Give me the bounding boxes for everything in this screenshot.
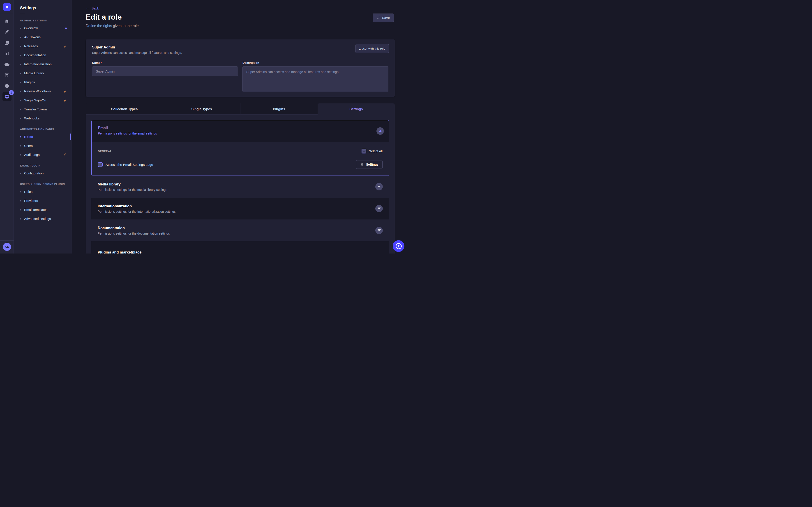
collapse-button[interactable] xyxy=(376,127,384,135)
main-nav-rail: 1 KD xyxy=(0,0,14,253)
role-details-card: Super Admin Super Admins can access and … xyxy=(86,40,395,97)
sidebar-item-review-workflows[interactable]: Review Workflows xyxy=(14,87,71,96)
internationalization-accordion[interactable]: Internationalization Permissions setting… xyxy=(91,198,389,220)
strapi-logo[interactable] xyxy=(3,3,11,11)
bullet xyxy=(20,118,21,119)
sidebar-item-providers[interactable]: Providers xyxy=(14,196,71,205)
group-divider xyxy=(116,151,357,151)
sidebar-item-internationalization[interactable]: Internationalization xyxy=(14,60,71,69)
sidebar-item-advanced-settings[interactable]: Advanced settings xyxy=(14,214,71,223)
sidebar-item-media-library[interactable]: Media Library xyxy=(14,69,71,78)
users-with-role-button[interactable]: 1 user with this role xyxy=(355,44,389,53)
select-all-control: Select all xyxy=(362,149,383,154)
bullet xyxy=(20,100,21,101)
content-manager-feather-icon[interactable] xyxy=(0,26,14,37)
bullet xyxy=(20,55,21,56)
gear-icon xyxy=(360,163,364,166)
question-mark-icon: ? xyxy=(396,243,402,249)
select-all-label: Select all xyxy=(369,149,383,153)
expand-button[interactable] xyxy=(375,183,383,190)
user-avatar[interactable]: KD xyxy=(3,243,11,251)
main-content: ← Back Edit a role Define the rights giv… xyxy=(71,0,406,253)
chevron-up-icon xyxy=(379,130,382,132)
general-group-label: GENERAL xyxy=(98,150,112,153)
bullet xyxy=(20,209,21,211)
description-label: Description xyxy=(243,61,259,64)
settings-tab-panel: Email Permissions settings for the email… xyxy=(86,114,395,253)
sidebar-item-releases[interactable]: Releases xyxy=(14,42,71,51)
bullet xyxy=(20,28,21,29)
page-subtitle: Define the rights given to the role xyxy=(86,24,139,28)
content-type-builder-icon[interactable] xyxy=(0,48,14,59)
sidebar-item-audit-logs[interactable]: Audit Logs xyxy=(14,150,71,159)
access-email-settings-checkbox[interactable] xyxy=(98,162,103,167)
sidebar-item-roles-up[interactable]: Roles xyxy=(14,187,71,196)
chevron-down-icon xyxy=(377,229,381,231)
sidebar-item-email-templates[interactable]: Email templates xyxy=(14,205,71,214)
sidebar-item-documentation[interactable]: Documentation xyxy=(14,51,71,60)
required-asterisk: * xyxy=(101,61,102,64)
tab-single-types[interactable]: Single Types xyxy=(163,103,241,114)
bullet xyxy=(20,91,21,92)
documentation-accordion[interactable]: Documentation Permissions settings for t… xyxy=(91,220,389,241)
tab-collection-types[interactable]: Collection Types xyxy=(86,103,163,114)
select-all-checkbox[interactable] xyxy=(362,149,366,154)
sidebar-item-overview[interactable]: Overview xyxy=(14,24,71,33)
media-library-icon[interactable] xyxy=(0,37,14,48)
lightning-icon xyxy=(63,45,67,48)
bullet xyxy=(20,64,21,65)
sidebar-item-plugins[interactable]: Plugins xyxy=(14,78,71,87)
chevron-down-icon xyxy=(377,186,381,188)
settings-sidebar: Settings GLOBAL SETTINGS Overview API To… xyxy=(14,0,71,253)
media-library-accordion[interactable]: Media library Permissions settings for t… xyxy=(91,176,389,198)
description-field-group: Description Super Admins can access and … xyxy=(243,61,389,93)
back-link[interactable]: ← Back xyxy=(86,6,99,10)
email-accordion-header[interactable]: Email Permissions settings for the email… xyxy=(92,120,389,142)
expand-button[interactable] xyxy=(375,205,383,212)
tab-plugins[interactable]: Plugins xyxy=(241,103,317,114)
sidebar-item-webhooks[interactable]: Webhooks xyxy=(14,114,71,123)
email-accordion-subtitle: Permissions settings for the email setti… xyxy=(98,131,383,135)
bullet xyxy=(20,154,21,156)
bullet xyxy=(20,173,21,174)
expand-button[interactable] xyxy=(375,227,383,234)
email-accordion-body: GENERAL Select all Access the Email Sett… xyxy=(92,142,389,175)
tab-settings[interactable]: Settings xyxy=(317,103,395,114)
bullet xyxy=(20,37,21,38)
section-header-email-plugin: EMAIL PLUGIN xyxy=(14,163,71,169)
name-input[interactable] xyxy=(92,66,238,76)
lightning-icon xyxy=(63,99,67,102)
home-icon[interactable] xyxy=(0,15,14,26)
bullet xyxy=(20,136,21,137)
bullet xyxy=(20,82,21,83)
save-button[interactable]: Save xyxy=(373,13,394,22)
page-title: Edit a role xyxy=(86,13,122,21)
marketplace-cart-icon[interactable] xyxy=(0,70,14,80)
bullet xyxy=(20,218,21,220)
bullet xyxy=(20,191,21,192)
sidebar-item-configuration[interactable]: Configuration xyxy=(14,169,71,178)
role-description-text: Super Admins can access and manage all f… xyxy=(92,51,389,55)
name-label: Name xyxy=(92,61,100,64)
name-field-group: Name* xyxy=(92,61,238,93)
active-item-indicator xyxy=(70,133,71,140)
section-header-administration-panel: ADMINISTRATION PANEL xyxy=(14,126,71,132)
settings-notification-badge: 1 xyxy=(9,90,14,95)
lightning-icon xyxy=(63,90,67,93)
email-settings-button[interactable]: Settings xyxy=(356,160,383,169)
sidebar-item-users[interactable]: Users xyxy=(14,141,71,150)
description-textarea[interactable]: Super Admins can access and manage all f… xyxy=(243,66,389,92)
cloud-icon[interactable] xyxy=(0,59,14,70)
bullet xyxy=(20,73,21,74)
sidebar-item-transfer-tokens[interactable]: Transfer Tokens xyxy=(14,105,71,114)
email-accordion-expanded: Email Permissions settings for the email… xyxy=(91,120,389,176)
sidebar-item-single-sign-on[interactable]: Single Sign-On xyxy=(14,96,71,105)
sidebar-item-api-tokens[interactable]: API Tokens xyxy=(14,33,71,42)
info-icon[interactable] xyxy=(0,80,14,91)
email-accordion-title: Email xyxy=(98,126,383,130)
rail-divider xyxy=(0,14,13,14)
settings-gear-icon[interactable]: 1 xyxy=(0,91,14,102)
help-button[interactable]: ? xyxy=(393,240,404,252)
sidebar-item-roles-admin[interactable]: Roles xyxy=(14,132,71,141)
plugins-marketplace-accordion[interactable]: Plugins and marketplace xyxy=(91,241,389,253)
